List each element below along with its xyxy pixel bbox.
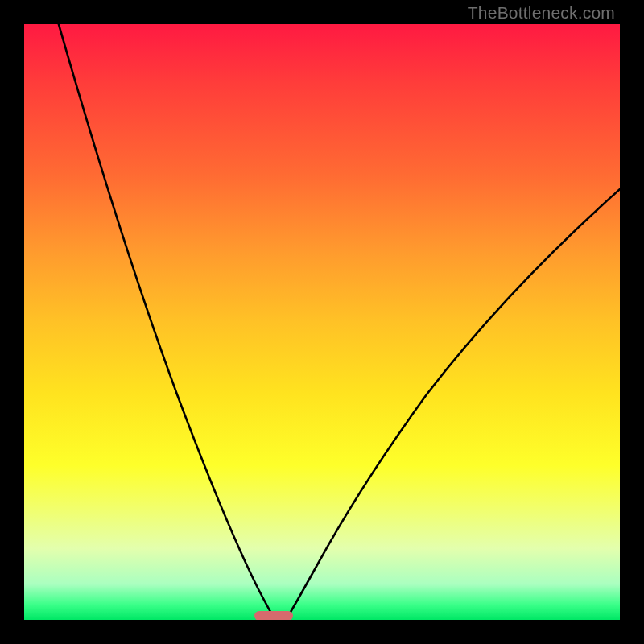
curve-layer xyxy=(24,24,620,620)
chart-container: TheBottleneck.com xyxy=(0,0,644,644)
plot-area xyxy=(24,24,620,620)
bottleneck-marker xyxy=(254,611,293,620)
curve-right xyxy=(287,189,620,617)
watermark-text: TheBottleneck.com xyxy=(468,3,615,23)
curve-left xyxy=(56,24,274,617)
